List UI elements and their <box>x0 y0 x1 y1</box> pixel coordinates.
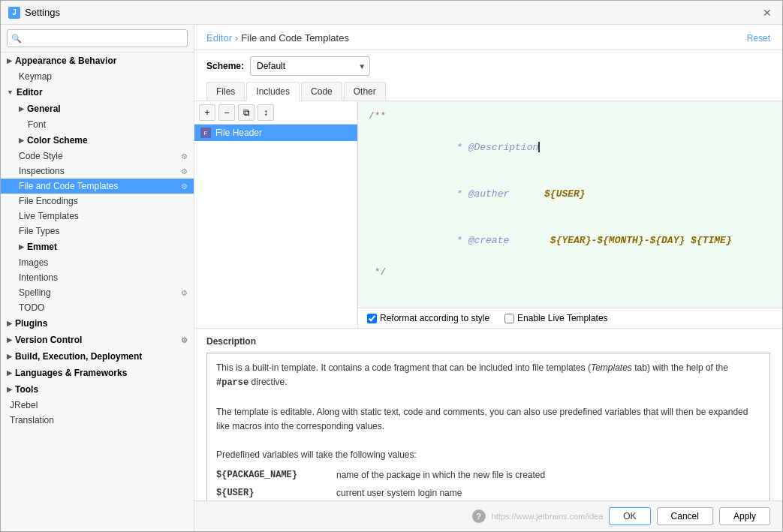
apply-button[interactable]: Apply <box>719 507 770 525</box>
tab-code[interactable]: Code <box>301 82 342 101</box>
sidebar-label-plugins: Plugins <box>15 318 47 329</box>
sidebar-item-appearance-behavior[interactable]: ▶ Appearance & Behavior <box>1 53 194 69</box>
code-annotation-create: * @create ${YEAR}-${MONTH}-${DAY} ${TIME… <box>450 235 731 246</box>
code-panel: /** * @Description * @auther ${USER} * @… <box>358 101 782 328</box>
template-toolbar: + − ⧉ ↕ <box>194 101 357 125</box>
code-editor[interactable]: /** * @Description * @auther ${USER} * @… <box>358 101 782 308</box>
sidebar-item-general[interactable]: ▶ General <box>1 101 194 117</box>
sidebar-label-emmet: Emmet <box>27 242 57 252</box>
scheme-select[interactable]: Default Project <box>250 56 370 76</box>
reformat-checkbox[interactable] <box>367 314 377 323</box>
code-line-4: * @create ${YEAR}-${MONTH}-${DAY} ${TIME… <box>369 218 772 265</box>
sidebar-item-translation[interactable]: Translation <box>1 413 194 428</box>
search-box: 🔍 <box>1 25 194 53</box>
sidebar-item-tools[interactable]: ▶ Tools <box>1 381 194 398</box>
search-input[interactable] <box>7 29 188 47</box>
main-header: Editor › File and Code Templates Reset <box>194 25 782 50</box>
tab-includes[interactable]: Includes <box>246 82 300 101</box>
sidebar-item-font[interactable]: Font <box>1 117 194 132</box>
live-templates-label: Enable Live Templates <box>517 313 608 323</box>
scheme-select-wrapper: Default Project ▼ <box>250 56 370 76</box>
reformat-checkbox-label[interactable]: Reformat according to style <box>367 313 489 323</box>
templates-italic: Templates <box>591 362 632 373</box>
sidebar-item-code-style[interactable]: Code Style ⚙ <box>1 149 194 164</box>
sidebar-label-intentions: Intentions <box>19 272 58 283</box>
sidebar-item-images[interactable]: Images <box>1 255 194 270</box>
settings-window: J Settings ✕ 🔍 ▶ Appearance & Behavior K… <box>0 0 783 532</box>
var-desc-user: current user system login name <box>336 486 462 500</box>
sidebar-item-intentions[interactable]: Intentions <box>1 270 194 285</box>
breadcrumb-sep: › <box>235 32 238 44</box>
live-templates-checkbox[interactable] <box>504 314 514 323</box>
reset-button[interactable]: Reset <box>747 33 770 44</box>
var-row-user: ${USER} current user system login name <box>216 486 760 500</box>
move-template-button[interactable]: ↕ <box>257 104 274 121</box>
add-template-button[interactable]: + <box>199 104 215 121</box>
sidebar-item-plugins[interactable]: ▶ Plugins <box>1 315 194 332</box>
sidebar-item-file-types[interactable]: File Types <box>1 224 194 239</box>
remove-template-button[interactable]: − <box>218 104 235 121</box>
template-item-file-header[interactable]: F File Header <box>194 125 357 141</box>
sidebar-label-version-control: Version Control <box>15 335 82 345</box>
chevron-icon-tools: ▶ <box>7 386 12 393</box>
code-line-2: * @Description <box>369 125 772 171</box>
reformat-label: Reformat according to style <box>380 313 489 323</box>
title-bar-left: J Settings <box>8 7 60 19</box>
sidebar-item-todo[interactable]: TODO <box>1 300 194 315</box>
sidebar-label-file-types: File Types <box>19 226 59 236</box>
chevron-icon-plugins: ▶ <box>7 320 12 327</box>
sidebar-label-languages: Languages & Frameworks <box>15 368 127 378</box>
sidebar-item-live-templates[interactable]: Live Templates <box>1 209 194 224</box>
sidebar-item-emmet[interactable]: ▶ Emmet <box>1 239 194 255</box>
tab-other[interactable]: Other <box>344 82 386 101</box>
sidebar-item-spelling[interactable]: Spelling ⚙ <box>1 285 194 300</box>
title-bar: J Settings ✕ <box>1 1 782 25</box>
sidebar-item-version-control[interactable]: ▶ Version Control ⚙ <box>1 332 194 348</box>
description-text-2: The template is editable. Along with sta… <box>216 405 760 434</box>
chevron-icon-general: ▶ <box>19 105 24 113</box>
sidebar-item-inspections[interactable]: Inspections ⚙ <box>1 164 194 179</box>
template-list: + − ⧉ ↕ F File Header <box>194 101 358 328</box>
breadcrumb: Editor › File and Code Templates <box>206 32 349 44</box>
tabs-row: Files Includes Code Other <box>194 82 782 101</box>
help-icon[interactable]: ? <box>472 509 486 523</box>
sidebar-label-translation: Translation <box>10 415 54 425</box>
window-title: Settings <box>25 7 60 18</box>
live-templates-checkbox-label[interactable]: Enable Live Templates <box>504 313 608 323</box>
app-icon: J <box>8 7 20 19</box>
sidebar-label-editor: Editor <box>17 87 43 98</box>
tab-files[interactable]: Files <box>206 82 245 101</box>
ok-button[interactable]: OK <box>609 507 650 525</box>
main-panel: Editor › File and Code Templates Reset S… <box>194 25 782 531</box>
code-annotation-desc: * @Description <box>450 142 540 153</box>
chevron-icon-emmet: ▶ <box>19 243 24 251</box>
template-item-label: File Header <box>215 128 262 138</box>
sidebar-item-keymap[interactable]: Keymap <box>1 69 194 84</box>
sidebar-item-file-encodings[interactable]: File Encodings <box>1 194 194 209</box>
sidebar-item-color-scheme[interactable]: ▶ Color Scheme <box>1 132 194 149</box>
template-items: F File Header <box>194 125 357 328</box>
sidebar-item-file-code-templates[interactable]: File and Code Templates ⚙ <box>1 179 194 194</box>
sidebar-item-build[interactable]: ▶ Build, Execution, Deployment <box>1 348 194 365</box>
close-button[interactable]: ✕ <box>760 5 775 20</box>
var-row-package: ${PACKAGE_NAME} name of the package in w… <box>216 468 760 482</box>
search-icon: 🔍 <box>11 34 22 44</box>
sidebar-item-editor[interactable]: ▼ Editor <box>1 84 194 101</box>
breadcrumb-editor[interactable]: Editor <box>206 32 232 44</box>
var-desc-package: name of the package in which the new fil… <box>336 468 545 482</box>
content-area: 🔍 ▶ Appearance & Behavior Keymap ▼ Edito… <box>1 25 782 531</box>
cancel-button[interactable]: Cancel <box>657 507 713 525</box>
sidebar-item-languages[interactable]: ▶ Languages & Frameworks <box>1 365 194 381</box>
chevron-icon-color: ▶ <box>19 137 24 144</box>
badge-file-templates: ⚙ <box>181 182 188 191</box>
code-line-1: /** <box>369 109 772 125</box>
description-text-3: Predefined variables will take the follo… <box>216 448 760 462</box>
scheme-label: Scheme: <box>206 61 244 71</box>
chevron-icon-editor: ▼ <box>7 89 14 96</box>
sidebar-label-tools: Tools <box>15 384 38 395</box>
sidebar-item-jrebel[interactable]: JRebel <box>1 398 194 413</box>
sidebar-label-font: Font <box>28 119 46 130</box>
chevron-icon-langs: ▶ <box>7 369 12 377</box>
copy-template-button[interactable]: ⧉ <box>238 104 254 121</box>
sidebar-label-file-code-templates: File and Code Templates <box>19 181 119 191</box>
